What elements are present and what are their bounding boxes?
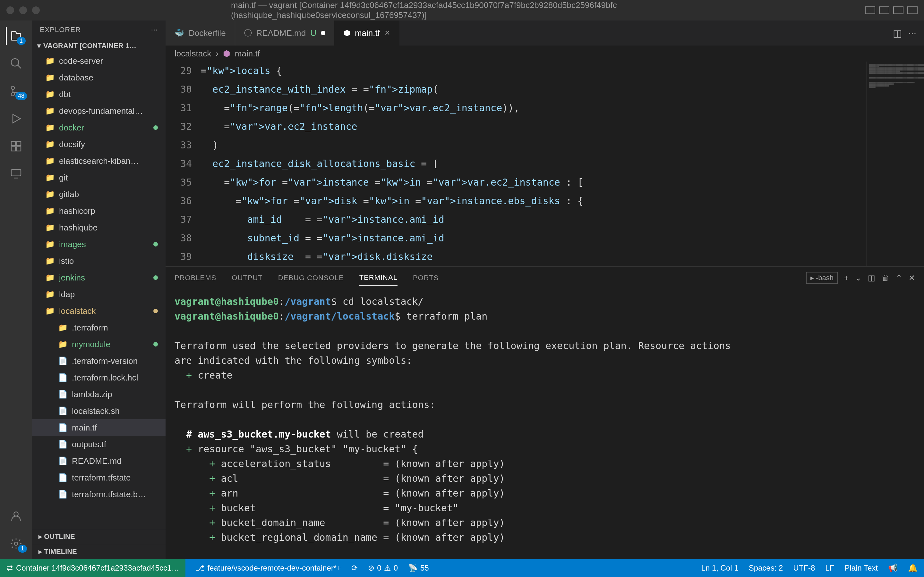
tree-item[interactable]: 📄main.tf bbox=[32, 419, 166, 436]
shell-selector[interactable]: ▸ -bash bbox=[806, 272, 838, 284]
close-window-icon[interactable] bbox=[6, 6, 14, 14]
file-tree[interactable]: 📁code-server📁database📁dbt📁devops-fundame… bbox=[32, 53, 166, 529]
tree-item-label: ldap bbox=[59, 290, 75, 300]
tree-item[interactable]: 📁.terraform bbox=[32, 319, 166, 336]
tree-item[interactable]: 📁docsify bbox=[32, 136, 166, 153]
timeline-section[interactable]: ▸ TIMELINE bbox=[32, 544, 166, 559]
toggle-panel-right-icon[interactable] bbox=[893, 6, 903, 14]
workspace-header[interactable]: ▾ VAGRANT [CONTAINER 1… bbox=[32, 39, 166, 53]
editor-area: 🐳DockerfileⓘREADME.md U⬢main.tf✕ ◫ ··· l… bbox=[166, 21, 924, 559]
encoding[interactable]: UTF-8 bbox=[793, 564, 815, 572]
tree-item[interactable]: 📁istio bbox=[32, 253, 166, 269]
tree-item-label: database bbox=[59, 73, 94, 83]
outline-section[interactable]: ▸ OUTLINE bbox=[32, 529, 166, 544]
search-icon[interactable] bbox=[7, 55, 25, 73]
feedback-icon[interactable]: 📢 bbox=[888, 564, 898, 572]
remote-icon: ⇄ bbox=[6, 564, 13, 572]
breadcrumb-folder[interactable]: localstack bbox=[174, 49, 211, 59]
split-terminal-icon[interactable]: ◫ bbox=[868, 274, 875, 282]
minimize-window-icon[interactable] bbox=[19, 6, 27, 14]
tree-item[interactable]: 📁hashicorp bbox=[32, 203, 166, 219]
kill-terminal-icon[interactable]: 🗑 bbox=[882, 274, 889, 282]
tree-item[interactable]: 📁gitlab bbox=[32, 186, 166, 203]
run-debug-icon[interactable] bbox=[7, 110, 25, 127]
extensions-icon[interactable] bbox=[7, 137, 25, 155]
maximize-window-icon[interactable] bbox=[32, 6, 40, 14]
terminal-content[interactable]: vagrant@hashiqube0:/vagrant$ cd localsta… bbox=[166, 289, 924, 559]
tree-item[interactable]: 📄terraform.tfstate bbox=[32, 469, 166, 486]
indentation[interactable]: Spaces: 2 bbox=[749, 564, 783, 572]
remote-indicator[interactable]: ⇄ Container 14f9d3c06467cf1a2933acfad45c… bbox=[0, 559, 186, 577]
language-mode[interactable]: Plain Text bbox=[845, 564, 878, 572]
tree-item[interactable]: 📄outputs.tf bbox=[32, 436, 166, 453]
editor-tab[interactable]: ⓘREADME.md U bbox=[235, 21, 334, 45]
accounts-icon[interactable] bbox=[7, 507, 25, 525]
toggle-panel-bottom-icon[interactable] bbox=[879, 6, 889, 14]
customize-layout-icon[interactable] bbox=[907, 6, 918, 14]
split-editor-icon[interactable]: ◫ bbox=[893, 27, 902, 39]
tree-item[interactable]: 📄README.md bbox=[32, 453, 166, 469]
tree-item[interactable]: 📁hashiqube bbox=[32, 219, 166, 236]
tree-item-label: .terraform bbox=[72, 323, 108, 333]
tab-terminal[interactable]: TERMINAL bbox=[359, 270, 397, 285]
svg-line-1 bbox=[18, 65, 21, 68]
tree-item-label: .terraform-version bbox=[72, 356, 137, 366]
chevron-right-icon: ▸ bbox=[39, 548, 42, 556]
tree-item[interactable]: 📁docker bbox=[32, 119, 166, 136]
tab-problems[interactable]: PROBLEMS bbox=[174, 271, 216, 285]
more-actions-icon[interactable]: ··· bbox=[908, 27, 916, 39]
statusbar: ⇄ Container 14f9d3c06467cf1a2933acfad45c… bbox=[0, 559, 924, 577]
eol[interactable]: LF bbox=[825, 564, 834, 572]
settings-icon[interactable]: 1 bbox=[7, 535, 25, 553]
tree-item[interactable]: 📁code-server bbox=[32, 53, 166, 69]
tree-item[interactable]: 📁database bbox=[32, 69, 166, 86]
terminal-dropdown-icon[interactable]: ⌄ bbox=[855, 274, 861, 282]
tree-item[interactable]: 📁jenkins bbox=[32, 269, 166, 286]
tab-ports[interactable]: PORTS bbox=[413, 271, 439, 285]
tree-item[interactable]: 📁dbt bbox=[32, 86, 166, 103]
ports-indicator[interactable]: 📡55 bbox=[408, 564, 429, 572]
error-icon: ⊘ bbox=[368, 564, 375, 572]
chevron-up-icon[interactable]: ⌃ bbox=[896, 274, 902, 282]
source-control-icon[interactable]: 48 bbox=[7, 82, 25, 100]
tree-item-label: localstack.sh bbox=[72, 406, 120, 416]
tree-item[interactable]: 📁elasticsearch-kiban… bbox=[32, 153, 166, 169]
file-icon: 📄 bbox=[58, 472, 68, 483]
tree-item[interactable]: 📁devops-fundamental… bbox=[32, 103, 166, 119]
tree-item[interactable]: 📄.terraform.lock.hcl bbox=[32, 369, 166, 386]
branch-indicator[interactable]: ⎇ feature/vscode-remote-dev-container*+ bbox=[196, 564, 341, 572]
tree-item[interactable]: 📁localstack bbox=[32, 303, 166, 319]
folder-icon: 📁 bbox=[58, 322, 68, 333]
explorer-icon[interactable]: 1 bbox=[6, 27, 24, 45]
tree-item[interactable]: 📄lambda.zip bbox=[32, 386, 166, 403]
notifications-icon[interactable]: 🔔 bbox=[908, 564, 918, 572]
tree-item[interactable]: 📁ldap bbox=[32, 286, 166, 303]
close-tab-icon[interactable]: ✕ bbox=[384, 29, 390, 37]
tree-item[interactable]: 📁mymodule bbox=[32, 336, 166, 353]
tree-item[interactable]: 📄.terraform-version bbox=[32, 353, 166, 369]
tree-item[interactable]: 📄localstack.sh bbox=[32, 403, 166, 419]
new-terminal-icon[interactable]: + bbox=[844, 274, 849, 282]
sidebar-more-icon[interactable]: ··· bbox=[151, 26, 158, 34]
problems-indicator[interactable]: ⊘0 ⚠0 bbox=[368, 564, 398, 572]
sync-indicator[interactable]: ⟳ bbox=[351, 564, 358, 572]
code-editor[interactable]: 2930313233343536373839 ="kw">locals { ec… bbox=[166, 61, 924, 266]
tree-item[interactable]: 📄terraform.tfstate.b… bbox=[32, 486, 166, 503]
minimap[interactable]: ████████████████████████████████████████… bbox=[866, 61, 924, 266]
close-panel-icon[interactable]: ✕ bbox=[909, 274, 915, 282]
dirty-indicator bbox=[321, 31, 325, 35]
tree-item[interactable]: 📁images bbox=[32, 236, 166, 253]
cursor-position[interactable]: Ln 1, Col 1 bbox=[701, 564, 738, 572]
editor-tab[interactable]: 🐳Dockerfile bbox=[166, 21, 235, 45]
tab-output[interactable]: OUTPUT bbox=[232, 271, 262, 285]
file-type-icon: ⓘ bbox=[244, 28, 252, 38]
tree-item[interactable]: 📁git bbox=[32, 169, 166, 186]
toggle-panel-left-icon[interactable] bbox=[865, 6, 875, 14]
breadcrumb-file[interactable]: main.tf bbox=[235, 49, 260, 59]
editor-tab[interactable]: ⬢main.tf✕ bbox=[334, 21, 399, 45]
tab-debug-console[interactable]: DEBUG CONSOLE bbox=[278, 271, 344, 285]
editor-tabs: 🐳DockerfileⓘREADME.md U⬢main.tf✕ ◫ ··· bbox=[166, 21, 924, 45]
code-content[interactable]: ="kw">locals { ec2_instance_with_index =… bbox=[201, 61, 866, 266]
remote-explorer-icon[interactable] bbox=[7, 165, 25, 183]
breadcrumb[interactable]: localstack › ⬢ main.tf bbox=[166, 45, 924, 61]
